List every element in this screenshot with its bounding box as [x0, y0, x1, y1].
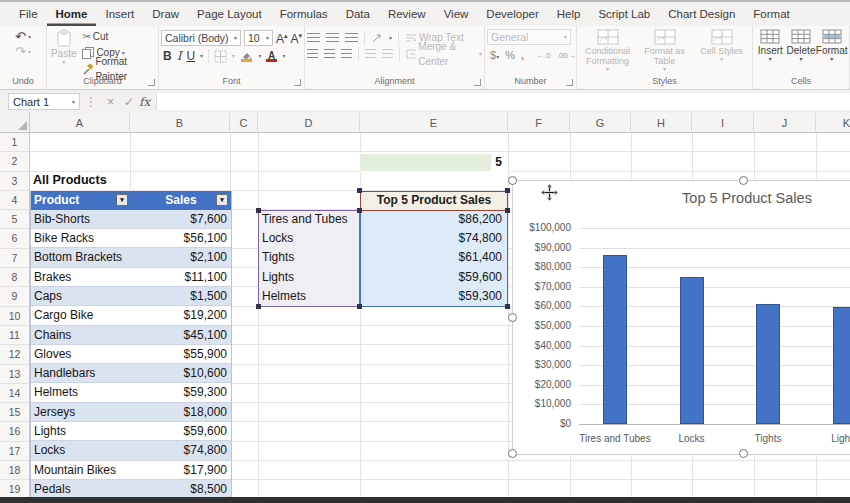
cell-e2[interactable]: 5	[360, 153, 508, 172]
row-header[interactable]: 5	[0, 210, 29, 229]
top5-title-cell[interactable]: Top 5 Product Sales	[360, 191, 508, 211]
decrease-indent-icon[interactable]	[365, 49, 376, 58]
increase-indent-icon[interactable]	[382, 49, 393, 58]
top5-name-cell[interactable]: Tights	[258, 248, 360, 267]
chart-title[interactable]: Top 5 Product Sales	[513, 190, 850, 206]
table-row[interactable]: Mountain Bikes $17,900	[31, 461, 231, 480]
column-header-G[interactable]: G	[570, 113, 631, 133]
top5-row[interactable]: Helmets $59,300	[258, 287, 508, 306]
sales-cell[interactable]: $74,800	[131, 441, 231, 459]
underline-button[interactable]: U	[186, 49, 195, 63]
percent-style-button[interactable]: %	[505, 49, 515, 61]
chart-bar[interactable]	[603, 255, 627, 424]
product-cell[interactable]: Caps	[31, 287, 131, 305]
sales-cell[interactable]: $56,100	[131, 229, 231, 247]
column-header-D[interactable]: D	[258, 113, 360, 133]
comma-style-button[interactable]: ,	[521, 49, 524, 61]
chart-resize-handle[interactable]	[508, 176, 517, 185]
ribbon-tab[interactable]: Data	[337, 2, 379, 26]
row-header[interactable]: 6	[0, 229, 29, 248]
top5-row[interactable]: Lights $59,600	[258, 268, 508, 287]
table-row[interactable]: Bib-Shorts $7,600	[31, 210, 231, 229]
italic-button[interactable]: I	[177, 49, 182, 63]
top5-value-cell[interactable]: $86,200	[360, 210, 508, 229]
sales-cell[interactable]: $59,300	[131, 383, 231, 401]
sales-cell[interactable]: $18,000	[131, 403, 231, 421]
product-cell[interactable]: Bottom Brackets	[31, 248, 131, 266]
product-cell[interactable]: Mountain Bikes	[31, 461, 131, 479]
range-handle[interactable]	[505, 208, 510, 213]
table-row[interactable]: Chains $45,100	[31, 326, 231, 345]
fill-color-button[interactable]	[240, 51, 253, 62]
font-size-combo[interactable]: 10▾	[244, 30, 273, 46]
ribbon-tab[interactable]: File	[10, 2, 47, 26]
row-header[interactable]: 8	[0, 268, 29, 287]
format-painter-button[interactable]: Format Painter	[82, 61, 156, 76]
ribbon-tab[interactable]: Script Lab	[589, 2, 659, 26]
accounting-format-button[interactable]: $▾	[490, 49, 499, 61]
merge-center-button[interactable]: Merge & Center▾	[406, 46, 482, 61]
product-cell[interactable]: Bib-Shorts	[31, 210, 131, 228]
chart-resize-handle[interactable]	[508, 313, 517, 322]
product-cell[interactable]: Cargo Bike	[31, 306, 131, 324]
row-header[interactable]: 3	[0, 172, 29, 191]
product-cell[interactable]: Locks	[31, 441, 131, 459]
column-header-H[interactable]: H	[631, 113, 692, 133]
ribbon-tab[interactable]: Formulas	[271, 2, 337, 26]
sales-cell[interactable]: $1,500	[131, 287, 231, 305]
decrease-decimal-button[interactable]: .00→	[557, 51, 576, 60]
column-header-C[interactable]: C	[230, 113, 258, 133]
top5-row[interactable]: Tights $61,400	[258, 248, 508, 267]
range-handle[interactable]	[505, 188, 510, 193]
sales-cell[interactable]: $17,900	[131, 461, 231, 479]
range-handle[interactable]	[357, 208, 362, 213]
row-header[interactable]: 1	[0, 133, 29, 152]
top5-row[interactable]: Locks $74,800	[258, 229, 508, 248]
table-row[interactable]: Helmets $59,300	[31, 383, 231, 402]
sales-cell[interactable]: $2,100	[131, 248, 231, 266]
ribbon-tab[interactable]: Review	[379, 2, 435, 26]
range-handle[interactable]	[505, 304, 510, 309]
cancel-icon[interactable]: ×	[107, 95, 114, 109]
table-row[interactable]: Handlebars $10,600	[31, 364, 231, 383]
styles-button[interactable]: Cell Styles ▾	[694, 29, 749, 72]
range-handle[interactable]	[256, 304, 261, 309]
top5-name-cell[interactable]: Lights	[258, 268, 360, 287]
row-header[interactable]: 9	[0, 287, 29, 306]
sales-cell[interactable]: $19,200	[131, 306, 231, 324]
align-bottom-icon[interactable]	[345, 33, 358, 42]
ribbon-tab[interactable]: View	[435, 2, 478, 26]
align-middle-icon[interactable]	[326, 33, 339, 42]
product-cell[interactable]: Chains	[31, 326, 131, 344]
font-color-button[interactable]: A	[266, 51, 277, 62]
paste-button[interactable]: Paste ▾	[49, 29, 78, 76]
product-cell[interactable]: Handlebars	[31, 364, 131, 382]
column-header-J[interactable]: J	[754, 113, 816, 133]
row-header[interactable]: 16	[0, 422, 29, 441]
column-header-E[interactable]: E	[360, 113, 508, 133]
row-header[interactable]: 10	[0, 307, 29, 326]
orientation-icon[interactable]	[371, 32, 383, 44]
ribbon-tab[interactable]: Chart Design	[659, 2, 744, 26]
product-cell[interactable]: Lights	[31, 422, 131, 440]
product-cell[interactable]: Bike Racks	[31, 229, 131, 247]
row-header[interactable]: 18	[0, 461, 29, 480]
sales-cell[interactable]: $7,600	[131, 210, 231, 228]
borders-icon[interactable]	[214, 50, 227, 63]
cells-button[interactable]: Delete ▾	[786, 29, 816, 62]
product-cell[interactable]: Jerseys	[31, 403, 131, 421]
chart-resize-handle[interactable]	[739, 449, 748, 458]
font-dialog-launcher[interactable]	[294, 79, 301, 86]
column-header-I[interactable]: I	[692, 113, 754, 133]
sales-cell[interactable]: $59,600	[131, 422, 231, 440]
cells-button[interactable]: Insert ▾	[755, 29, 785, 62]
number-dialog-launcher[interactable]	[566, 79, 573, 86]
worksheet[interactable]: ABCDEFGHIJK 1234567891011121314151617181…	[0, 113, 850, 497]
insert-function-button[interactable]: fx	[139, 95, 150, 109]
sales-cell[interactable]: $8,500	[131, 480, 231, 497]
cut-button[interactable]: ✂Cut	[82, 29, 156, 44]
top5-value-cell[interactable]: $74,800	[360, 229, 508, 248]
undo-button[interactable]: ↶▾	[15, 29, 31, 44]
sales-cell[interactable]: $10,600	[131, 364, 231, 382]
chart-bar[interactable]	[680, 277, 704, 424]
